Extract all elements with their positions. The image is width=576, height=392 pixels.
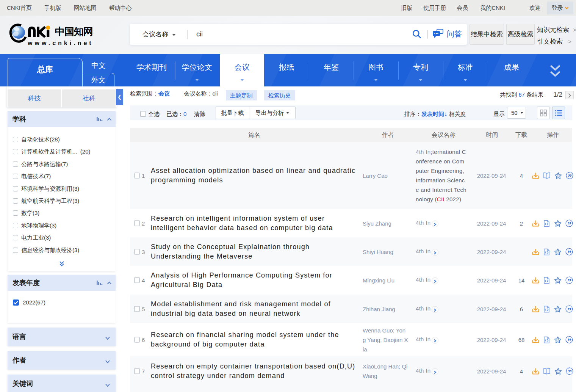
svg-text:”: ” (568, 277, 572, 284)
svg-text:”: ” (568, 337, 572, 344)
svg-text:”: ” (568, 220, 572, 227)
svg-text:”: ” (568, 368, 572, 375)
svg-text:”: ” (568, 248, 572, 256)
svg-text:”: ” (568, 306, 572, 313)
svg-text:”: ” (568, 172, 572, 180)
